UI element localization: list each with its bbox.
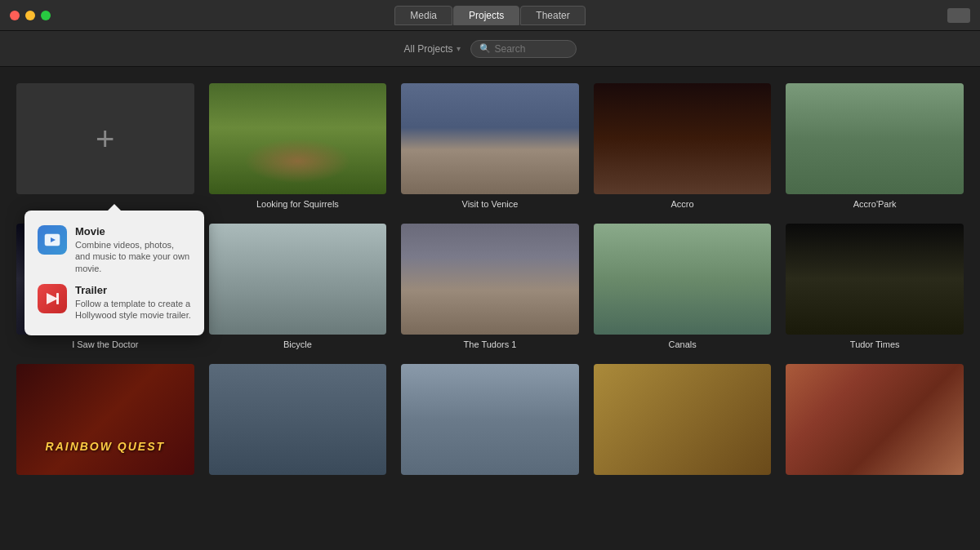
movie-title: Movie [75, 225, 191, 237]
new-project-item[interactable]: + [16, 83, 194, 209]
thumbnail [401, 364, 579, 475]
list-item[interactable]: Canals [594, 224, 772, 349]
project-label: Accro'Park [853, 199, 897, 209]
movie-description: Combine videos, photos, and music to mak… [75, 239, 191, 274]
project-label: Tudor Times [850, 339, 900, 349]
list-item[interactable]: Accro'Park [786, 83, 964, 209]
tab-theater[interactable]: Theater [520, 6, 585, 25]
movie-text: Movie Combine videos, photos, and music … [75, 225, 191, 274]
svg-marker-3 [47, 293, 58, 304]
thumbnail [786, 224, 964, 335]
list-item[interactable]: Looking for Squirrels [209, 83, 387, 209]
new-project-popup: Movie Combine videos, photos, and music … [24, 211, 204, 335]
thumbnail [786, 364, 964, 475]
trailer-title: Trailer [75, 284, 191, 296]
all-projects-selector[interactable]: All Projects ▾ [403, 43, 460, 55]
project-label: The Tudors 1 [464, 339, 517, 349]
thumbnail: RAINBOW QUEST [16, 364, 194, 475]
thumbnail [401, 224, 579, 335]
search-icon: 🔍 [479, 43, 491, 54]
list-item[interactable]: RAINBOW QUEST [16, 364, 194, 480]
thumbnail [401, 83, 579, 194]
toolbar: All Projects ▾ 🔍 [0, 31, 980, 67]
chevron-down-icon: ▾ [457, 44, 461, 53]
project-label: Bicycle [283, 339, 312, 349]
trailer-icon [38, 284, 67, 313]
thumbnail [594, 364, 772, 475]
window-button[interactable] [947, 8, 970, 23]
list-item[interactable]: Visit to Venice [401, 83, 579, 209]
thumbnail [594, 224, 772, 335]
list-item[interactable]: Bicycle [209, 224, 387, 349]
list-item[interactable]: The Tudors 1 [401, 224, 579, 349]
list-item[interactable] [401, 364, 579, 480]
plus-icon: + [96, 122, 114, 155]
project-label: Looking for Squirrels [256, 199, 339, 209]
svg-rect-4 [56, 293, 59, 304]
list-item[interactable] [594, 364, 772, 480]
popup-arrow [108, 204, 121, 211]
project-label: I Saw the Doctor [72, 339, 138, 349]
new-project-tile[interactable]: + [16, 83, 194, 194]
thumbnail [209, 224, 387, 335]
minimize-button[interactable] [25, 11, 35, 20]
list-item[interactable] [786, 364, 964, 480]
titlebar: Media Projects Theater [0, 0, 980, 31]
close-button[interactable] [10, 11, 20, 20]
movie-option[interactable]: Movie Combine videos, photos, and music … [34, 220, 194, 279]
traffic-lights [10, 11, 51, 20]
tab-projects[interactable]: Projects [453, 6, 519, 25]
thumbnail [594, 83, 772, 194]
trailer-description: Follow a template to create a Hollywood … [75, 298, 191, 322]
list-item[interactable]: Accro [594, 83, 772, 209]
list-item[interactable] [209, 364, 387, 480]
project-label: Accro [671, 199, 694, 209]
list-item[interactable]: Tudor Times [786, 224, 964, 349]
rainbow-quest-text: RAINBOW QUEST [16, 440, 194, 453]
project-label: Canals [668, 339, 696, 349]
search-input[interactable] [495, 43, 568, 55]
trailer-text: Trailer Follow a template to create a Ho… [75, 284, 191, 322]
tab-group: Media Projects Theater [394, 6, 585, 25]
search-box[interactable]: 🔍 [470, 40, 577, 58]
thumbnail [209, 364, 387, 475]
project-label: Visit to Venice [462, 199, 519, 209]
movie-icon [38, 225, 67, 255]
all-projects-label: All Projects [403, 43, 452, 55]
trailer-option[interactable]: Trailer Follow a template to create a Ho… [34, 279, 194, 326]
thumbnail [786, 83, 964, 194]
maximize-button[interactable] [41, 11, 51, 20]
tab-media[interactable]: Media [394, 6, 452, 25]
thumbnail [209, 83, 387, 194]
